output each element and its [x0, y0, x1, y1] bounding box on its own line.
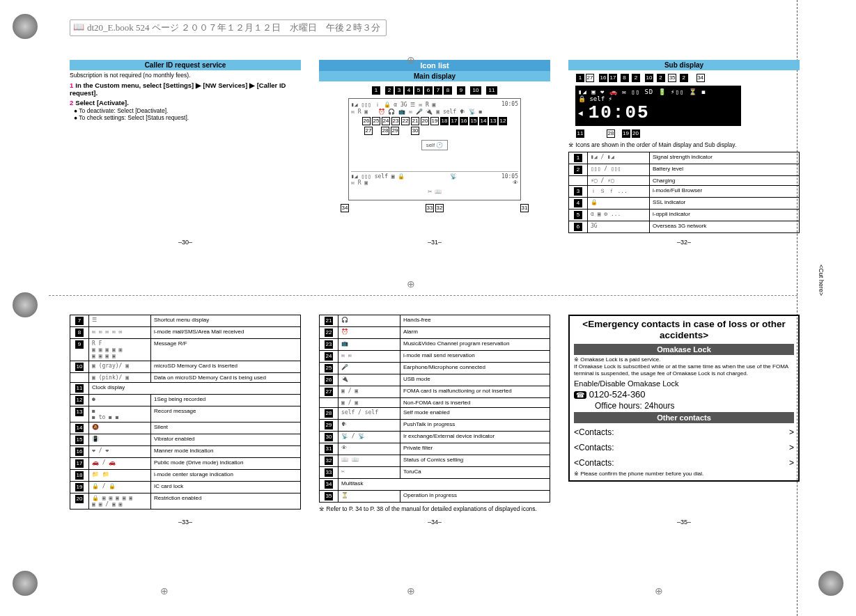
- other-contacts-heading: Other contacts: [574, 412, 794, 423]
- office-hours: Office hours: 24hours: [595, 401, 794, 411]
- table-row: 32📖 📖Status of Comics setting: [320, 455, 550, 467]
- book-header: 📖 dt20_E.book 524 ページ ２００７年１２月１２日 水曜日 午後…: [70, 19, 387, 36]
- table-row: 30📡 / 📡Ir exchange/External device indic…: [320, 432, 550, 443]
- table-row: 63GOverseas 3G network: [569, 221, 800, 232]
- page-number: –30–: [70, 239, 301, 246]
- phone-number: ☎ 0120-524-360: [574, 389, 794, 400]
- page-number: –34–: [319, 519, 550, 526]
- dial-note: ※ Please confirm the phone number before…: [574, 471, 794, 477]
- crop-mark: [13, 14, 38, 39]
- cut-here-label: <Cut here>: [818, 264, 825, 296]
- crop-mark: [818, 571, 843, 596]
- page-35: <Emergency contacts in case of loss or o…: [568, 315, 800, 513]
- fold-line: [49, 295, 797, 296]
- table-row: ⚡▢ / ⚡▢Charging: [569, 175, 800, 185]
- section-title: Sub display: [568, 60, 800, 70]
- callout-row-low: 27 2829 30: [351, 126, 518, 136]
- table-row: 23📺Music&Video Channel program reservati…: [320, 339, 550, 351]
- table-row: 16❤ / ❤Manner mode indication: [70, 446, 301, 458]
- table-row: 28self / selfSelf mode enabled: [320, 408, 550, 420]
- table-row: 12●1Seg being recorded: [70, 395, 301, 406]
- phone-icon: ☎: [574, 391, 586, 399]
- enable-disable: Enable/Disable Omakase Lock: [574, 379, 794, 388]
- crop-mark: [13, 292, 38, 317]
- table-row: 33✂ToruCa: [320, 467, 550, 479]
- table-row: 11Clock display: [70, 383, 301, 395]
- page-31: Icon list Main display 1 2345678 9 10 11…: [319, 60, 550, 233]
- sub-callouts-2: 11 28 1920: [568, 129, 800, 139]
- table-row: 31👁Private filter: [320, 443, 550, 455]
- callout-row-top: 1 2345678 9 10 11: [319, 86, 550, 95]
- table-row: 7☰Shortcut menu display: [70, 315, 301, 327]
- table-row: 25🎤Earphone/Microphone connected: [320, 363, 550, 374]
- table-row: 35⏳Operation in progress: [320, 491, 550, 503]
- table-row: 19🔒 / 🔒IC card lock: [70, 482, 301, 493]
- table-row: 29🗣PushTalk in progress: [320, 420, 550, 432]
- table-row: 13◼ ◼ to ◼ ◼Record message: [70, 406, 301, 422]
- subsection-title: Main display: [319, 71, 550, 81]
- table-row: 10▣ (gray)/ ▣microSD Memory Card is inse…: [70, 361, 301, 373]
- table-row: 21🎧Hands-free: [320, 315, 550, 327]
- bullet: ● To check settings: Select [Status requ…: [79, 114, 301, 121]
- crop-mark: [13, 571, 38, 596]
- callout-row-bottom: 34 3332 31: [319, 203, 550, 213]
- table-row: 18📁 📁i-mode center storage indication: [70, 470, 301, 482]
- table-row: 34Multitask: [320, 479, 550, 491]
- section-title: Caller ID request service: [70, 60, 301, 70]
- subscription-note: Subscription is not required (no monthly…: [70, 72, 301, 79]
- page-34: 21🎧Hands-free22⏰Alarm23📺Music&Video Chan…: [319, 315, 550, 513]
- omakase-heading: Omakase Lock: [574, 344, 794, 355]
- table-row: 2▯▯▯ / ▯▯▯Battery level: [569, 164, 800, 175]
- printer-mark: ⊕: [655, 585, 663, 597]
- contacts-row: <Contacts:>: [574, 440, 794, 455]
- contacts-row: <Contacts:>: [574, 425, 794, 440]
- printer-mark: ⊕: [407, 585, 415, 597]
- page-number: –31–: [319, 239, 550, 246]
- icon-order-note: ※ Icons are shown in the order of Main d…: [568, 141, 800, 149]
- table-row: 26🔌USB mode: [320, 374, 550, 386]
- icon-footnote: ※ Refer to P. 34 to P. 38 of the manual …: [319, 505, 550, 513]
- table-row: ▣ / ▣Non-FOMA card is inserted: [320, 398, 550, 408]
- table-row: 14🔕Silent: [70, 422, 301, 434]
- step-1: 1In the Custom menu, select [Settings] ▶…: [70, 81, 301, 97]
- printer-mark: ⊕: [160, 585, 169, 597]
- emergency-box: <Emergency contacts in case of loss or o…: [568, 315, 800, 482]
- icon-table-32: 1▮◢ / ▮◢Signal strength indicator2▯▯▯ / …: [568, 152, 800, 233]
- page-32: Sub display 127 1617 8 2 10 2 35 2 34 ▮◢…: [568, 60, 800, 233]
- page-30: Caller ID request service Subscription i…: [70, 60, 301, 233]
- contacts-row: <Contacts:>: [574, 455, 794, 471]
- table-row: 15📳Vibrator enabled: [70, 434, 301, 446]
- bullet: ● To deactivate: Select [Deactivate].: [79, 107, 301, 114]
- table-row: 20🔒 ▣ ▣ ▣ ▣ ▣ ▣ ▣ / ▣ ▣Restriction enabl…: [70, 493, 301, 510]
- table-row: 17🚗 / 🚗Public mode (Drive mode) indicati…: [70, 458, 301, 470]
- table-row: 27▣ / ▣FOMA card is malfunctioning or no…: [320, 386, 550, 398]
- sub-display-diagram: ▮◢ ▣ ❤ 🚗 ✉ ▯▯ SD 🔋 ⚡▯▯ ⏳ ◼ 🔒 self ⚡ ◀10:…: [575, 86, 741, 126]
- table-row: 1▮◢ / ▮◢Signal strength indicator: [569, 152, 800, 164]
- section-title: Icon list: [319, 60, 550, 71]
- table-row: 5α ▣ ⚙ ...i-αppli indicator: [569, 209, 800, 221]
- page-number: –32–: [568, 239, 800, 246]
- icon-table-33: 7☰Shortcut menu display8✉ ✉ ✉ ✉ ✉i-mode …: [70, 315, 301, 510]
- main-display-diagram: ▮◢ ▯▯▯ ｉ 🔒 α 3G ☰ ✉ R ▣10:05 ✉ R ▣ ⏰ 🎧 📺…: [348, 98, 521, 200]
- table-row: 9R F ▣ ▣ ▣ ▣ ▣ ▣ ▣ ▣ ▣Message R/F: [70, 339, 301, 361]
- table-row: 24✉ ✉i-mode mail send reservation: [320, 351, 550, 363]
- omakase-note: ※ Omakase Lock is a paid service. If Oma…: [574, 356, 794, 377]
- table-row: ▣ (pink)/ ▣Data on microSD Memory Card i…: [70, 373, 301, 383]
- step-2: 2Select [Activate].: [70, 99, 301, 106]
- printer-mark: ⊕: [407, 54, 415, 65]
- callout-row-mid: 262524232221201918171615141312: [351, 116, 518, 126]
- sub-callouts: 127 1617 8 2 10 2 35 2 34: [568, 73, 800, 83]
- printer-mark: ⊕: [407, 278, 415, 290]
- table-row: 22⏰Alarm: [320, 327, 550, 339]
- page-33: 7☰Shortcut menu display8✉ ✉ ✉ ✉ ✉i-mode …: [70, 315, 301, 513]
- icon-table-34: 21🎧Hands-free22⏰Alarm23📺Music&Video Chan…: [319, 315, 550, 503]
- table-row: 4🔒SSL indicator: [569, 197, 800, 209]
- page-number: –33–: [70, 519, 301, 526]
- table-row: 3ｉ Ｓ ｆ ...i-mode/Full Browser: [569, 185, 800, 197]
- emergency-title: <Emergency contacts in case of loss or o…: [574, 319, 794, 341]
- table-row: 8✉ ✉ ✉ ✉ ✉i-mode mail/SMS/Area Mail rece…: [70, 327, 301, 339]
- page-number: –35–: [568, 519, 800, 526]
